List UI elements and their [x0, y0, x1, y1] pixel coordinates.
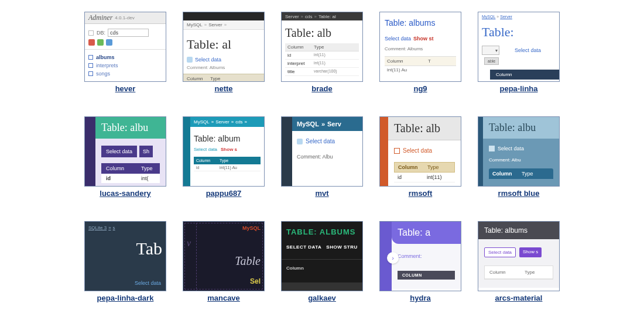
thumb-pepa-linha-dark[interactable]: SQLite 3»s Tab Select data	[84, 221, 166, 291]
crumb: MySQL	[194, 119, 210, 125]
crumb: cds	[235, 119, 242, 125]
theme-item-pepa-linha: MySQL»Server Table: Select data able Col…	[478, 12, 560, 93]
comment: Comment: Albu	[489, 157, 553, 163]
caption-link[interactable]: nette	[214, 84, 232, 93]
caption-link[interactable]: galkaev	[308, 294, 336, 302]
crumb: MySQL	[482, 15, 495, 19]
theme-item-mancave: MySQL v Table Sel mancave	[183, 221, 265, 302]
select-data: Select data	[515, 47, 541, 53]
crumb: Server	[208, 22, 222, 27]
select-icon	[394, 148, 400, 154]
comment: Comment:	[398, 253, 455, 259]
caption-link[interactable]: pappu687	[206, 189, 242, 198]
thumb-mvt[interactable]: MySQL»Serv Select data Comment: Albu	[281, 116, 363, 187]
thumb-ng9[interactable]: Table: albums Select dataShow st Comment…	[379, 12, 461, 82]
show: Sh	[139, 146, 153, 157]
title: Table: al	[187, 37, 261, 52]
thumb-rmsoft[interactable]: Table: alb Select data ColumnType idint(…	[379, 116, 461, 187]
select-data: Select data	[403, 147, 432, 154]
cell: int(	[141, 175, 149, 181]
select-data: Select data	[484, 247, 516, 257]
comment: Comment: Albu	[297, 154, 358, 160]
icon-red	[88, 39, 95, 46]
cell: id	[106, 175, 141, 181]
caption-link[interactable]: ng9	[413, 84, 427, 93]
title: Table: albums	[478, 222, 559, 239]
select-icon	[187, 57, 193, 63]
comment: Comment: Albums	[385, 46, 456, 51]
title: Table: albu	[483, 117, 559, 139]
thumb-arcs-material[interactable]: Table: albums Select dataShow s ColumnTy…	[478, 221, 560, 291]
brand: Adminer	[88, 13, 112, 22]
col-bar: Column	[490, 70, 559, 80]
table-interprets: interprets	[96, 61, 118, 70]
th-col: Column	[387, 58, 428, 64]
caption-link[interactable]: pepa-linha-dark	[97, 294, 154, 302]
show: Show s	[221, 147, 237, 152]
select-data: Select data	[195, 57, 221, 63]
caption-link[interactable]: hever	[115, 84, 136, 93]
cell: id	[287, 53, 314, 58]
title: TABLE: ALBUMS	[282, 222, 362, 242]
crumb: Serv	[327, 120, 341, 127]
caption-link[interactable]: rmsoft	[409, 189, 432, 198]
cell: id	[398, 174, 427, 180]
db-input: cds	[108, 29, 149, 37]
crumb: cds	[305, 14, 312, 19]
title: Table: a	[392, 222, 461, 244]
cell: int(11)	[314, 61, 326, 66]
theme-item-pepa-linha-dark: SQLite 3»s Tab Select data pepa-linha-da…	[84, 221, 166, 302]
version: 4.0.1-dev	[115, 15, 134, 20]
caption-link[interactable]: lucas-sandery	[100, 189, 150, 198]
crumb: MySQL	[187, 22, 203, 27]
caption-link[interactable]: hydra	[410, 294, 430, 302]
cell: title	[287, 69, 314, 74]
thumb-rmsoft-blue[interactable]: Table: albu Select data Comment: Albu Co…	[478, 116, 560, 187]
theme-item-brade: Server»cds»Table: al Table: alb ColumnTy…	[281, 12, 363, 93]
select-data: Select data	[194, 147, 217, 152]
theme-item-arcs-material: Table: albums Select dataShow s ColumnTy…	[478, 221, 560, 302]
chevron-icon: ›	[387, 252, 399, 264]
crumb: s	[113, 225, 115, 230]
thumb-nette[interactable]: MySQL»Server» Table: al Select data Comm…	[183, 12, 265, 82]
db-icon	[88, 30, 94, 36]
bar	[282, 282, 362, 291]
th-col: Column	[492, 171, 522, 177]
select-data: SELECT DATA	[286, 244, 321, 250]
select-data: Select data	[101, 146, 137, 157]
caption-link[interactable]: mvt	[315, 189, 328, 198]
thumb-galkaev[interactable]: TABLE: ALBUMS SELECT DATASHOW STRU Colum…	[281, 221, 363, 291]
caption-link[interactable]: pepa-linha	[499, 84, 537, 93]
th-col: Column	[287, 44, 314, 50]
th-type: Type	[220, 158, 228, 163]
title: Table: albums	[385, 18, 456, 27]
btn: able	[484, 57, 499, 65]
icon-green	[97, 39, 104, 46]
thumb-brade[interactable]: Server»cds»Table: al Table: alb ColumnTy…	[281, 12, 363, 82]
th-type: Type	[210, 76, 220, 81]
title: Table: albu	[95, 117, 166, 139]
caption-link[interactable]: arcs-material	[495, 294, 543, 302]
select-data: Select data	[385, 36, 411, 42]
thumb-mancave[interactable]: MySQL v Table Sel	[183, 221, 265, 291]
select-icon	[482, 46, 499, 55]
show-link: Show st	[413, 36, 434, 42]
thumb-pepa-linha[interactable]: MySQL»Server Table: Select data able Col…	[478, 12, 560, 82]
select-data: Select data	[306, 138, 335, 144]
cell: varchar(100)	[314, 69, 337, 74]
thumb-hever[interactable]: Adminer4.0.1-dev DB:cds albums interpret…	[84, 12, 166, 82]
db-label: DB:	[97, 30, 105, 36]
caption-link[interactable]: mancave	[207, 294, 240, 302]
caption-link[interactable]: rmsoft blue	[498, 189, 540, 198]
caption-link[interactable]: brade	[311, 84, 332, 93]
th-col: Column	[196, 158, 220, 163]
theme-item-ng9: Table: albums Select dataShow st Comment…	[379, 12, 461, 93]
table-albums: albums	[96, 53, 115, 61]
thumb-lucas-sandery[interactable]: Table: albu Select dataSh ColumnType idi…	[84, 116, 166, 187]
thumb-hydra[interactable]: Table: a › Comment: COLUMN	[379, 221, 461, 291]
show: Show s	[519, 247, 542, 257]
theme-item-mvt: MySQL»Serv Select data Comment: Albu mvt	[281, 116, 363, 198]
row: int(11) Au	[385, 66, 456, 74]
thumb-pappu687[interactable]: MySQL»Server»cds» Table: album Select da…	[183, 116, 265, 187]
cell: int(11) Au	[220, 166, 237, 170]
